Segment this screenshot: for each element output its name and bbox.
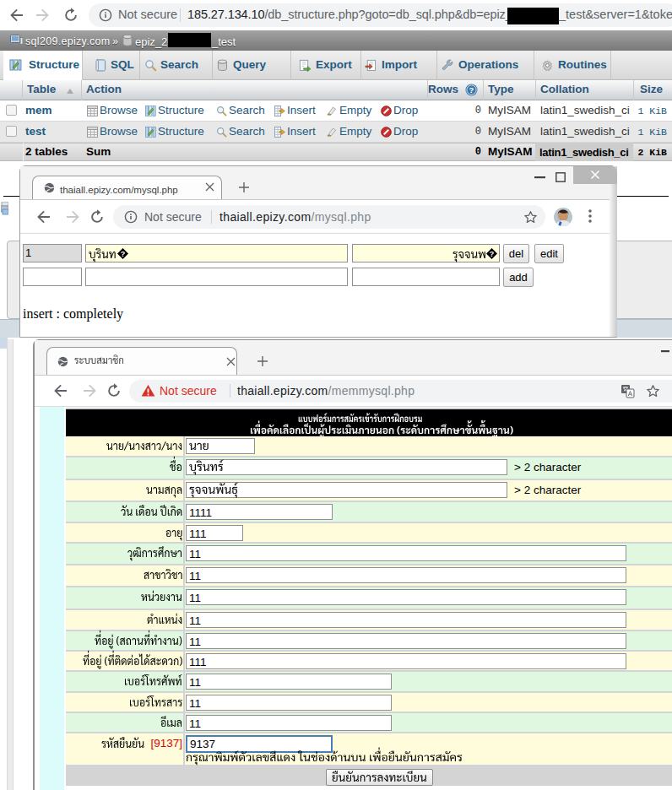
svg-text:?: ?	[490, 250, 495, 258]
svg-text:?: ?	[120, 250, 125, 258]
svg-text:?: ?	[469, 85, 474, 95]
